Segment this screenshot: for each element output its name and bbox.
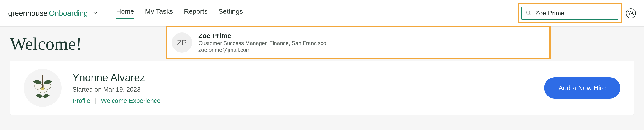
brand-word-one: greenhouse (8, 9, 48, 17)
brand-switcher[interactable]: greenhouse Onboarding (8, 9, 98, 17)
divider: | (95, 97, 96, 104)
employee-avatar (24, 69, 62, 107)
flower-icon (27, 72, 58, 104)
welcome-experience-link[interactable]: Welcome Experience (101, 97, 160, 104)
app-header: greenhouse Onboarding Home My Tasks Repo… (0, 0, 644, 26)
search-result-row[interactable]: ZP Zoe Prime Customer Success Manager, F… (166, 26, 550, 58)
brand-word-two: Onboarding (49, 9, 88, 17)
search-container (521, 7, 618, 20)
current-user-avatar[interactable]: YA (626, 8, 636, 18)
employee-name: Ynonne Alvarez (72, 72, 160, 84)
new-hire-card: Ynonne Alvarez Started on Mar 19, 2023 P… (10, 61, 634, 115)
result-name: Zoe Prime (198, 32, 326, 40)
result-meta: Customer Success Manager, Finance, San F… (198, 40, 326, 46)
result-email: zoe.prime@jmail.com (198, 47, 326, 53)
primary-nav: Home My Tasks Reports Settings (116, 8, 243, 19)
nav-reports[interactable]: Reports (184, 8, 208, 19)
svg-line-1 (530, 14, 530, 15)
search-box[interactable] (521, 7, 618, 20)
result-avatar: ZP (172, 32, 192, 53)
add-new-hire-button[interactable]: Add a New Hire (544, 77, 620, 99)
search-input[interactable] (535, 10, 616, 17)
employee-links: Profile | Welcome Experience (72, 97, 160, 104)
employee-start-date: Started on Mar 19, 2023 (72, 86, 160, 93)
profile-link[interactable]: Profile (72, 97, 90, 104)
nav-settings[interactable]: Settings (218, 8, 243, 19)
nav-my-tasks[interactable]: My Tasks (145, 8, 173, 19)
search-results-dropdown: ZP Zoe Prime Customer Success Manager, F… (166, 26, 550, 58)
svg-point-0 (526, 11, 530, 14)
employee-info: Ynonne Alvarez Started on Mar 19, 2023 P… (72, 72, 160, 104)
search-icon (526, 10, 531, 17)
chevron-down-icon (92, 10, 98, 16)
result-text: Zoe Prime Customer Success Manager, Fina… (198, 32, 326, 53)
nav-home[interactable]: Home (116, 8, 134, 19)
